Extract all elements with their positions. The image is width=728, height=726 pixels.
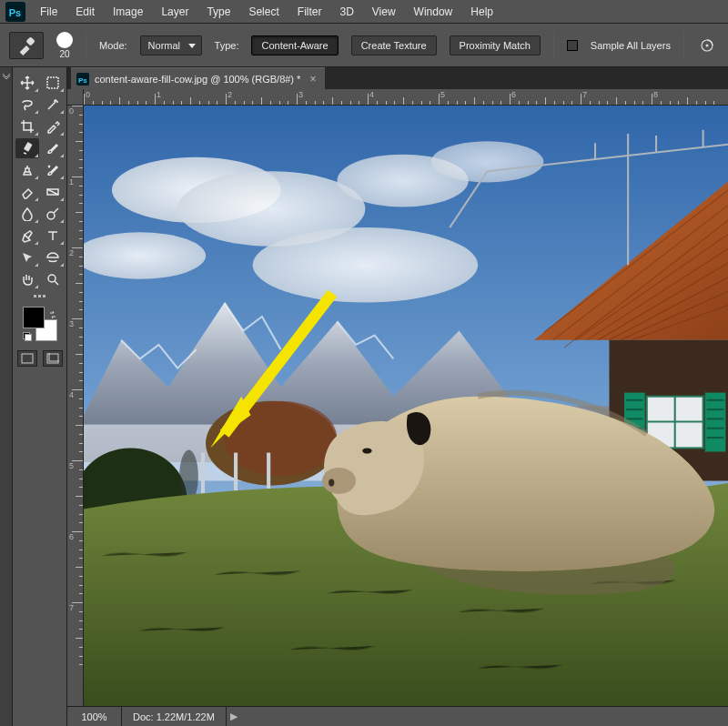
- lasso-tool[interactable]: [15, 95, 39, 115]
- options-bar: 20 Mode: Normal Type: Content-Aware Crea…: [0, 24, 728, 67]
- ruler-v-label: 1: [69, 177, 74, 187]
- pen-tool[interactable]: [15, 226, 39, 246]
- svg-point-8: [47, 212, 55, 219]
- eyedropper-tool[interactable]: [41, 116, 65, 136]
- menu-3d[interactable]: 3D: [330, 2, 362, 22]
- ruler-h-label: 0: [86, 90, 90, 99]
- tablet-pressure-icon[interactable]: [697, 35, 717, 55]
- ruler-v-label: 7: [69, 603, 74, 612]
- toolbox: [13, 67, 67, 726]
- ruler-h-label: 6: [511, 90, 516, 99]
- zoom-tool[interactable]: [41, 269, 65, 289]
- brush-tool[interactable]: [41, 138, 65, 158]
- svg-rect-6: [23, 142, 32, 152]
- ruler-v-label: 2: [69, 248, 74, 257]
- ruler-v-label: 0: [69, 106, 74, 116]
- svg-point-54: [329, 479, 334, 486]
- ps-file-icon: Ps: [76, 73, 89, 86]
- svg-point-9: [48, 275, 56, 282]
- screen-mode-icon[interactable]: [43, 350, 63, 367]
- canvas-viewport: 012345678 01234567: [67, 89, 728, 726]
- photoshop-logo-icon: Ps: [5, 2, 25, 22]
- menu-select[interactable]: Select: [239, 2, 288, 22]
- menu-window[interactable]: Window: [405, 2, 462, 22]
- svg-text:Ps: Ps: [9, 6, 21, 17]
- ruler-v-label: 6: [69, 532, 74, 541]
- menu-filter[interactable]: Filter: [288, 2, 331, 22]
- menu-bar: Ps File Edit Image Layer Type Select Fil…: [0, 0, 728, 24]
- menu-help[interactable]: Help: [461, 2, 502, 22]
- canvas[interactable]: [84, 106, 728, 706]
- sample-all-layers-label: Sample All Layers: [591, 40, 671, 51]
- sample-all-layers-checkbox[interactable]: [567, 40, 578, 51]
- options-separator: [683, 33, 684, 58]
- document-tab[interactable]: Ps content-aware-fill-cow.jpg @ 100% (RG…: [71, 67, 325, 89]
- type-content-aware-button[interactable]: Content-Aware: [251, 35, 338, 55]
- swap-colors-icon[interactable]: [48, 307, 57, 316]
- move-tool[interactable]: [15, 73, 39, 93]
- history-brush-tool[interactable]: [41, 160, 65, 180]
- brush-size-preview[interactable]: 20: [56, 32, 73, 59]
- status-bar: 100% Doc: 1.22M/1.22M ▶: [67, 706, 728, 726]
- ruler-h-label: 1: [157, 90, 161, 99]
- spot-healing-brush-tool[interactable]: [15, 138, 39, 158]
- ruler-h-label: 5: [440, 90, 445, 99]
- type-proximity-match-button[interactable]: Proximity Match: [450, 35, 541, 55]
- blur-tool[interactable]: [15, 204, 39, 224]
- svg-point-20: [253, 227, 479, 303]
- main-area: Ps content-aware-fill-cow.jpg @ 100% (RG…: [0, 67, 728, 726]
- menu-image[interactable]: Image: [104, 2, 152, 22]
- ruler-h-label: 4: [369, 90, 374, 99]
- svg-point-4: [705, 44, 708, 46]
- type-create-texture-button[interactable]: Create Texture: [351, 35, 437, 55]
- options-separator: [553, 33, 554, 58]
- hand-tool[interactable]: [15, 269, 39, 289]
- eraser-tool[interactable]: [15, 182, 39, 202]
- svg-rect-29: [705, 393, 726, 452]
- ruler-v-label: 4: [69, 390, 74, 399]
- color-swatches[interactable]: [23, 307, 57, 341]
- marquee-tool[interactable]: [41, 73, 65, 93]
- mode-label: Mode:: [99, 40, 127, 51]
- menu-file[interactable]: File: [31, 2, 66, 22]
- ruler-origin[interactable]: [67, 89, 84, 106]
- gradient-tool[interactable]: [41, 182, 65, 202]
- ruler-horizontal[interactable]: 012345678: [84, 89, 728, 106]
- collapse-handle[interactable]: [0, 67, 13, 726]
- svg-point-21: [431, 141, 544, 182]
- document-tab-title: content-aware-fill-cow.jpg @ 100% (RGB/8…: [95, 74, 300, 85]
- quickmask-off-icon[interactable]: [17, 350, 37, 367]
- ruler-vertical[interactable]: 01234567: [67, 106, 84, 706]
- menu-type[interactable]: Type: [197, 2, 239, 22]
- chevron-right-icon[interactable]: ▶: [226, 707, 242, 726]
- clone-stamp-tool[interactable]: [15, 160, 39, 180]
- crop-tool[interactable]: [15, 116, 39, 136]
- shape-tool[interactable]: [41, 247, 65, 267]
- brush-size-label: 20: [59, 49, 69, 59]
- mode-select[interactable]: Normal: [140, 35, 202, 55]
- close-icon[interactable]: ×: [309, 73, 316, 86]
- doc-info[interactable]: Doc: 1.22M/1.22M: [122, 711, 226, 722]
- magic-wand-tool[interactable]: [41, 95, 65, 115]
- ruler-v-label: 5: [69, 461, 74, 470]
- ruler-h-label: 3: [298, 90, 303, 99]
- mode-value: Normal: [148, 40, 180, 51]
- svg-point-55: [362, 448, 371, 453]
- dodge-tool[interactable]: [41, 204, 65, 224]
- menu-view[interactable]: View: [363, 2, 405, 22]
- menu-edit[interactable]: Edit: [66, 2, 104, 22]
- path-selection-tool[interactable]: [15, 247, 39, 267]
- document-tab-row: Ps content-aware-fill-cow.jpg @ 100% (RG…: [67, 67, 728, 89]
- svg-rect-2: [25, 36, 35, 45]
- brush-circle-icon: [56, 32, 73, 48]
- default-colors-icon[interactable]: [23, 332, 32, 341]
- current-tool-preset[interactable]: [9, 32, 44, 59]
- svg-rect-10: [22, 354, 33, 363]
- zoom-level[interactable]: 100%: [67, 707, 122, 726]
- menu-layer[interactable]: Layer: [152, 2, 197, 22]
- type-label: Type:: [215, 40, 239, 51]
- ruler-v-label: 3: [69, 319, 74, 328]
- ruler-h-label: 2: [228, 90, 232, 99]
- type-tool[interactable]: [41, 226, 65, 246]
- foreground-color-swatch[interactable]: [23, 307, 45, 328]
